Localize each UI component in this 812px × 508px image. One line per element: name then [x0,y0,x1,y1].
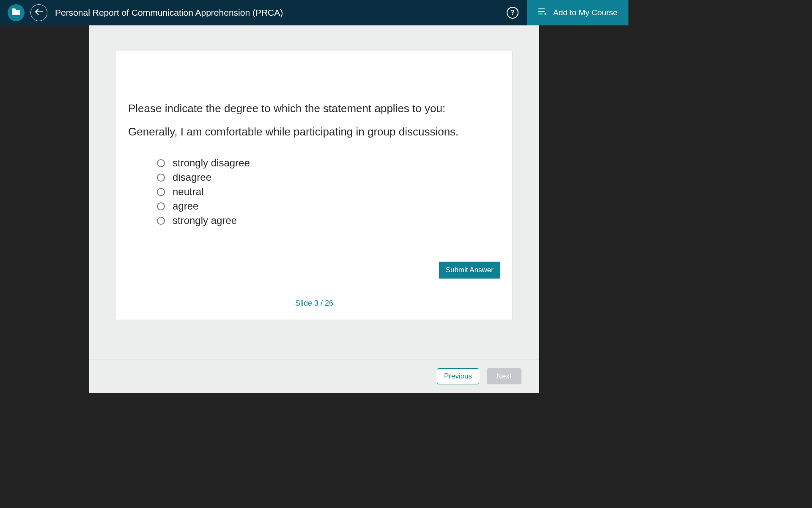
nav-bar: Previous Next [89,359,539,393]
option-agree[interactable]: agree [157,200,500,212]
header: Personal Report of Communication Apprehe… [0,0,628,25]
folder-button[interactable] [8,4,25,21]
page-title: Personal Report of Communication Apprehe… [55,8,283,18]
folder-icon [12,8,20,17]
question-prompt: Please indicate the degree to which the … [128,102,500,115]
option-label: agree [173,200,198,212]
back-button[interactable] [30,4,47,21]
content-area: Please indicate the degree to which the … [89,25,539,393]
add-to-course-button[interactable]: Add to My Course [527,0,628,25]
header-left: Personal Report of Communication Apprehe… [0,4,283,21]
list-add-icon [538,8,547,18]
option-disagree[interactable]: disagree [157,171,500,183]
arrow-left-icon [35,8,43,17]
question-statement: Generally, I am comfortable while partic… [128,125,500,138]
radio-icon [157,217,165,225]
submit-answer-button[interactable]: Submit Answer [439,262,500,279]
option-label: neutral [173,186,203,198]
header-right: ? Add to My Course [507,0,628,25]
card-footer: Submit Answer Slide 3 / 26 [128,262,500,308]
radio-icon [157,188,165,196]
radio-icon [157,174,165,182]
option-strongly-disagree[interactable]: strongly disagree [157,157,500,169]
help-button[interactable]: ? [507,7,518,19]
add-to-course-label: Add to My Course [553,8,617,17]
previous-button[interactable]: Previous [437,368,479,384]
content-scroll: Please indicate the degree to which the … [89,25,539,359]
question-card: Please indicate the degree to which the … [116,51,513,320]
help-icon: ? [510,9,515,17]
slide-counter: Slide 3 / 26 [295,299,333,308]
radio-icon [157,159,165,167]
option-label: strongly disagree [173,157,250,169]
next-button[interactable]: Next [487,368,521,384]
option-label: strongly agree [173,215,237,226]
option-label: disagree [173,171,211,183]
options-group: strongly disagree disagree neutral agree… [128,157,500,229]
option-strongly-agree[interactable]: strongly agree [157,215,500,226]
radio-icon [157,202,165,210]
option-neutral[interactable]: neutral [157,186,500,198]
